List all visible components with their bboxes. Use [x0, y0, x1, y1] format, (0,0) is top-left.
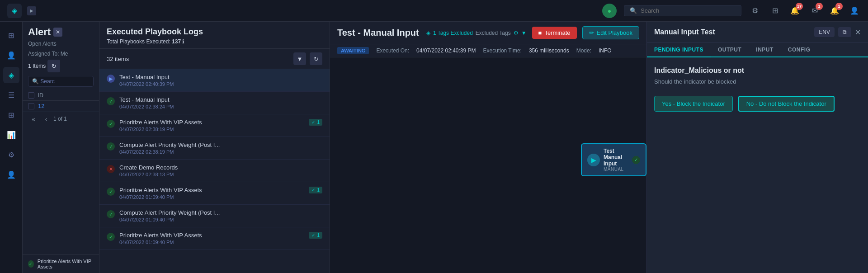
- prev-page-btn[interactable]: ‹: [41, 113, 52, 124]
- logs-panel-header: Executed Playbook Logs Total Playbooks E…: [99, 22, 330, 49]
- notifications-badge: 17: [796, 3, 803, 10]
- execution-time-value: 356 milliseconds: [529, 47, 569, 54]
- alerts-btn[interactable]: 🔔 1: [828, 5, 841, 17]
- log-status-success-icon: ✓: [107, 120, 115, 128]
- sidebar-icon-playbooks[interactable]: ◈: [3, 67, 19, 83]
- user-avatar[interactable]: 👤: [848, 5, 861, 17]
- log-item-date: 04/07/2022 02:38:13 PM: [119, 172, 322, 177]
- row-checkbox[interactable]: [28, 103, 34, 109]
- execution-time-label: Execution Time:: [483, 47, 522, 54]
- sidebar-icons: ⊞ 👤 ◈ ☰ ⊞ 📊 ⚙ 👤: [0, 22, 23, 273]
- tags-excluded-count: 1 Tags Excluded: [433, 30, 473, 36]
- log-item-title: Compute Alert Priority Weight (Post I...: [119, 209, 322, 216]
- stop-icon: ■: [538, 29, 542, 36]
- settings-icon-btn[interactable]: ⚙: [749, 5, 761, 17]
- log-item[interactable]: ✓ Compute Alert Priority Weight (Post I.…: [99, 137, 330, 160]
- no-do-not-block-button[interactable]: No - Do not Block the Indicator: [738, 96, 835, 112]
- playbook-metabar: AWAITING Executed On: 04/07/2022 02:40:3…: [330, 44, 646, 57]
- badge-count: 1: [317, 233, 320, 238]
- row-id: 12: [38, 103, 44, 109]
- logs-refresh-btn[interactable]: ↻: [310, 52, 322, 65]
- search-input[interactable]: [641, 7, 731, 14]
- sidebar-icon-grid[interactable]: ⊞: [3, 107, 19, 123]
- log-item-content: Prioritize Alerts With VIP Assets 04/07/…: [119, 119, 304, 132]
- sidebar-icon-settings[interactable]: ⚙: [3, 146, 19, 163]
- nav-collapse-button[interactable]: ▶: [27, 6, 36, 15]
- terminate-button[interactable]: ■ Terminate: [532, 27, 577, 39]
- log-item[interactable]: ▶ Test - Manual Input 04/07/2022 02:40:3…: [99, 69, 330, 92]
- log-item-badge: ✓ 1: [309, 187, 322, 193]
- first-page-btn[interactable]: «: [28, 113, 39, 124]
- log-item-content: Prioritize Alerts With VIP Assets 04/07/…: [119, 232, 304, 245]
- log-status-success-icon: ✓: [107, 142, 115, 151]
- close-modal-button[interactable]: ✕: [53, 28, 62, 37]
- select-all-checkbox[interactable]: [28, 92, 34, 99]
- notifications-btn[interactable]: 🔔 17: [788, 5, 801, 17]
- log-status-success-icon: ✓: [107, 97, 115, 105]
- sidebar-icon-users[interactable]: 👤: [3, 47, 19, 63]
- main-layout: ⊞ 👤 ◈ ☰ ⊞ 📊 ⚙ 👤 Alert ✕ Open Alerts Assi…: [0, 22, 868, 273]
- edit-playbook-button[interactable]: ✏ Edit Playbook: [582, 26, 640, 39]
- playbook-title: Test - Manual Input: [337, 28, 419, 38]
- log-item-content: Compute Alert Priority Weight (Post I...…: [119, 141, 322, 155]
- grid-icon-btn[interactable]: ⊞: [769, 5, 781, 17]
- messages-btn[interactable]: ✉ 1: [808, 5, 821, 17]
- search-bar-small[interactable]: 🔍 Searc: [28, 76, 94, 87]
- log-item[interactable]: ✓ Prioritize Alerts With VIP Assets 04/0…: [99, 227, 330, 250]
- vip-assets-item[interactable]: ✓ Manual Input Test Prioritize Alerts Wi…: [23, 254, 99, 273]
- question-subtitle: Should the indicator be blocked: [654, 78, 861, 85]
- logs-panel: Executed Playbook Logs Total Playbooks E…: [99, 22, 330, 273]
- sidebar-icon-chart[interactable]: 📊: [3, 127, 19, 143]
- alerts-toolbar: Open Alerts: [23, 38, 99, 50]
- node-test-manual-input[interactable]: ▶ Test Manual Input MANUAL ✓: [581, 143, 646, 176]
- alerts-section-header: Alert ✕: [23, 22, 99, 38]
- messages-badge: 1: [816, 3, 823, 10]
- excluded-tags-button[interactable]: ◈ 1 Tags Excluded Excluded Tags ⚙ ▼: [426, 30, 527, 36]
- page-info: 1 of 1: [53, 116, 67, 122]
- copy-panel-btn[interactable]: ⧉: [838, 27, 851, 37]
- node-subtitle: MANUAL: [604, 167, 628, 172]
- logs-panel-toolbar: 32 items ▼ ↻: [99, 49, 330, 69]
- log-item-badge: ✓ 1: [309, 119, 322, 126]
- badge-count: 1: [317, 188, 320, 193]
- close-panel-btn[interactable]: ✕: [855, 28, 861, 37]
- log-item[interactable]: ✓ Test - Manual Input 04/07/2022 02:38:2…: [99, 92, 330, 114]
- open-alerts-label: Open Alerts: [28, 41, 57, 47]
- log-item-title: Create Demo Records: [119, 164, 322, 171]
- right-panel: Manual Input Test ENV ⧉ ✕ PENDING INPUTS…: [646, 22, 868, 273]
- table-row: 12: [23, 101, 99, 112]
- node-check-icon: ✓: [632, 156, 640, 164]
- log-item[interactable]: ✓ Prioritize Alerts With VIP Assets 04/0…: [99, 182, 330, 205]
- info-icon: ℹ: [182, 38, 184, 45]
- question-title: Indicator_Malicious or not: [654, 66, 861, 75]
- alerts-title: Alert: [28, 26, 51, 38]
- yes-block-button[interactable]: Yes - Block the Indicator: [654, 96, 733, 112]
- refresh-btn[interactable]: ↻: [47, 60, 60, 72]
- tab-input[interactable]: INPUT: [749, 43, 781, 57]
- log-item[interactable]: ✕ Create Demo Records 04/07/2022 02:38:1…: [99, 160, 330, 182]
- log-item[interactable]: ✓ Compute Alert Priority Weight (Post I.…: [99, 205, 330, 227]
- sidebar-icon-list[interactable]: ☰: [3, 87, 19, 103]
- pagination: « ‹ 1 of 1: [23, 112, 99, 126]
- logs-items-count: 32 items: [107, 56, 129, 62]
- log-item-date: 04/07/2022 02:38:24 PM: [119, 104, 322, 109]
- alerts-badge: 1: [835, 3, 843, 10]
- badge-check-icon: ✓: [311, 120, 315, 125]
- search-bar[interactable]: 🔍: [624, 5, 741, 16]
- sidebar-icon-user2[interactable]: 👤: [3, 166, 19, 183]
- tab-pending-inputs[interactable]: PENDING INPUTS: [647, 43, 711, 57]
- tab-config[interactable]: CONFIG: [781, 43, 818, 57]
- log-item-date: 04/07/2022 02:38:19 PM: [119, 149, 322, 155]
- tab-output[interactable]: OUTPUT: [711, 43, 749, 57]
- env-button[interactable]: ENV: [814, 27, 835, 37]
- filter-btn[interactable]: ▼: [293, 52, 306, 65]
- log-item-content: Prioritize Alerts With VIP Assets 04/07/…: [119, 187, 304, 200]
- log-item-title: Compute Alert Priority Weight (Post I...: [119, 141, 322, 148]
- top-nav-left: ◈ ▶: [7, 4, 36, 18]
- sidebar-icon-home[interactable]: ⊞: [3, 27, 19, 43]
- logs-panel-subtitle: Total Playbooks Executed: 137 ℹ: [107, 38, 322, 45]
- tag-icon: ◈: [426, 30, 430, 36]
- log-status-success-icon: ✓: [107, 233, 115, 241]
- log-item[interactable]: ✓ Prioritize Alerts With VIP Assets 04/0…: [99, 114, 330, 137]
- logs-list: ▶ Test - Manual Input 04/07/2022 02:40:3…: [99, 69, 330, 273]
